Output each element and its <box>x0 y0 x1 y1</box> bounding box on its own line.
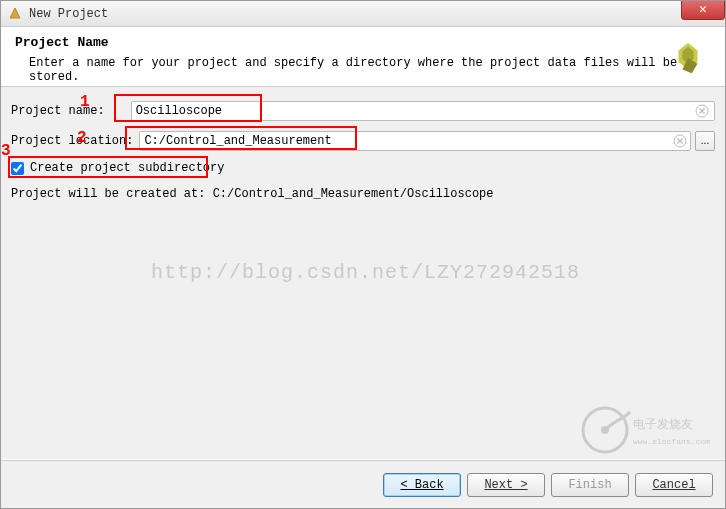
wizard-header: Project Name Enter a name for your proje… <box>1 27 725 87</box>
finish-button: Finish <box>551 473 629 497</box>
page-title: Project Name <box>15 35 711 50</box>
subdirectory-row: Create project subdirectory <box>11 161 715 175</box>
project-name-row: Project name: <box>11 101 715 121</box>
create-subdirectory-label: Create project subdirectory <box>30 161 224 175</box>
next-button[interactable]: Next > <box>467 473 545 497</box>
create-subdirectory-checkbox[interactable] <box>11 162 24 175</box>
vivado-logo-icon <box>669 41 707 79</box>
app-icon <box>7 6 23 22</box>
page-description: Enter a name for your project and specif… <box>15 56 711 84</box>
browse-button[interactable]: ... <box>695 131 715 151</box>
project-location-label: Project location: <box>11 134 133 148</box>
wizard-button-bar: < Back Next > Finish Cancel <box>1 460 725 508</box>
back-button[interactable]: < Back <box>383 473 461 497</box>
project-name-input[interactable] <box>131 101 715 121</box>
clear-icon[interactable] <box>695 104 709 118</box>
titlebar: New Project ✕ <box>1 1 725 27</box>
clear-icon[interactable] <box>673 134 687 148</box>
close-button[interactable]: ✕ <box>681 0 725 20</box>
close-icon: ✕ <box>699 2 707 17</box>
cancel-button[interactable]: Cancel <box>635 473 713 497</box>
project-location-input[interactable] <box>139 131 691 151</box>
project-created-path: Project will be created at: C:/Control_a… <box>11 187 715 201</box>
window-title: New Project <box>29 7 108 21</box>
project-location-row: Project location: ... <box>11 131 715 151</box>
form-area: Project name: Project location: ... Crea… <box>1 87 725 459</box>
project-name-label: Project name: <box>11 104 105 118</box>
